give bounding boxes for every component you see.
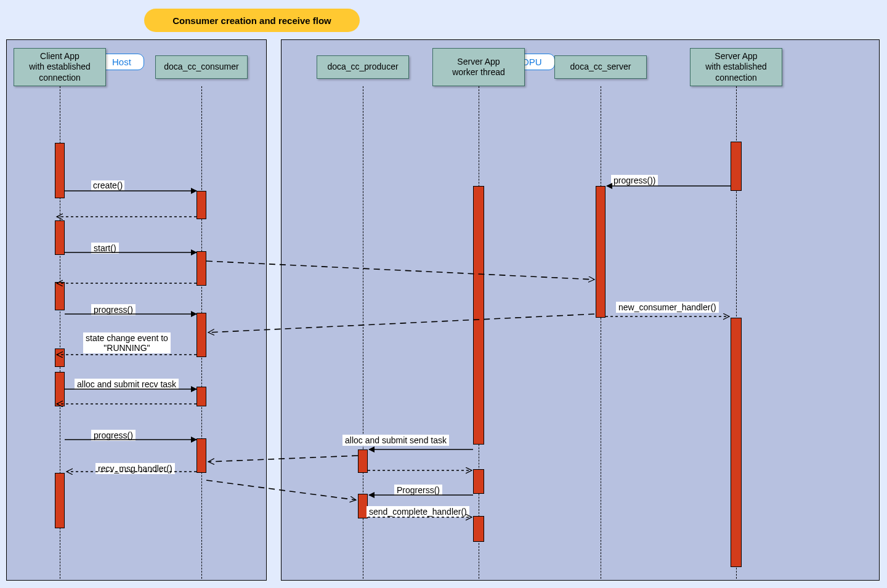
act-serverapp-1 (731, 142, 742, 191)
panel-dpu: DPU (281, 39, 880, 581)
participant-worker: Server Appworker thread (432, 48, 525, 86)
label-start: start() (91, 243, 119, 254)
label-progress-right: progress()) (611, 175, 658, 186)
label-new-consumer: new_consumer_handler() (616, 302, 719, 313)
label-alloc-recv: alloc and submit recv task (75, 379, 179, 390)
act-worker-3 (473, 516, 484, 542)
act-client-3 (55, 282, 65, 310)
label-progresss: Progrerss() (394, 485, 442, 496)
act-consumer-3 (196, 313, 206, 357)
act-consumer-5 (196, 438, 206, 473)
diagram-stage: Consumer creation and receive flow Host … (0, 0, 887, 588)
label-alloc-send: alloc and submit send task (342, 435, 449, 446)
act-client-1 (55, 143, 65, 198)
act-worker-2 (473, 469, 484, 494)
act-producer-1 (358, 449, 368, 473)
label-progress2: progress() (91, 430, 136, 441)
diagram-title: Consumer creation and receive flow (144, 9, 360, 32)
lifeline-server (601, 86, 601, 579)
act-consumer-2 (196, 251, 206, 286)
act-server-1 (596, 186, 606, 318)
label-progress1: progress() (91, 304, 136, 315)
label-send-complete: send_complete_handler() (367, 506, 469, 517)
participant-client: Client Appwith establishedconnection (14, 48, 106, 86)
label-create: create() (91, 180, 124, 190)
act-client-2 (55, 220, 65, 255)
label-state-change: state change event to"RUNNING" (83, 332, 171, 353)
act-client-4 (55, 348, 65, 367)
act-consumer-1 (196, 191, 206, 219)
act-worker-1 (473, 186, 484, 445)
participant-consumer: doca_cc_consumer (155, 55, 248, 79)
act-serverapp-2 (731, 318, 742, 567)
participant-producer: doca_cc_producer (317, 55, 409, 79)
participant-server: doca_cc_server (554, 55, 647, 79)
panel-host: Host (6, 39, 267, 581)
participant-serverapp: Server Appwith establishedconnection (690, 48, 782, 86)
act-client-6 (55, 473, 65, 528)
label-recv-msg: recv_msg handler() (95, 463, 175, 474)
act-consumer-4 (196, 387, 206, 406)
act-client-5 (55, 372, 65, 406)
